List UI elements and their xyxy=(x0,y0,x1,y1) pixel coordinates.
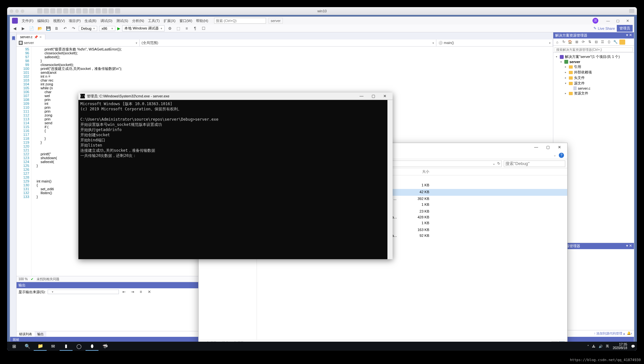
new-icon[interactable]: 📄 xyxy=(28,26,35,31)
close-button[interactable]: ✕ xyxy=(379,94,391,98)
vs-taskbar-icon[interactable]: ⬮ xyxy=(86,342,98,351)
maximize-button[interactable]: ▢ xyxy=(542,145,554,149)
toolbar-icon[interactable] xyxy=(50,8,55,14)
minimize-button[interactable]: — xyxy=(604,18,613,24)
live-share-button[interactable]: ✎ Live Share xyxy=(593,26,615,30)
toolbar-icon[interactable]: ⇥ xyxy=(129,289,136,295)
menu-item[interactable]: 文件(F) xyxy=(20,19,35,23)
tree-row[interactable]: ▸ 资源文件 xyxy=(555,91,633,96)
menu-item[interactable]: 视图(V) xyxy=(51,19,67,23)
toolbar-icon[interactable] xyxy=(115,8,120,14)
maximize-button[interactable]: ▢ xyxy=(367,94,379,98)
toolbar-icon[interactable] xyxy=(63,8,68,14)
toolbar-icon[interactable] xyxy=(44,8,49,14)
forward-icon[interactable]: ▶ xyxy=(20,26,26,31)
toolbar-icon[interactable]: ⟨⟩ xyxy=(606,39,612,45)
wrench-icon[interactable]: 🔧 xyxy=(613,39,618,45)
minimize-button[interactable]: — xyxy=(356,94,367,98)
tree-row[interactable]: ▸ 头文件 xyxy=(555,75,633,81)
menu-item[interactable]: 项目(P) xyxy=(67,19,83,23)
close-button[interactable]: ✕ xyxy=(623,18,632,24)
navbar-scope[interactable]: 🔲 server xyxy=(17,39,140,46)
mac-min-dot[interactable] xyxy=(15,9,19,13)
back-icon[interactable]: ◀ xyxy=(11,26,18,31)
notify-icon[interactable]: 🔔₂ xyxy=(627,331,632,336)
output-source-dropdown[interactable] xyxy=(48,290,119,294)
network-icon[interactable]: 🖧 xyxy=(591,345,597,348)
config-dropdown[interactable]: Debug xyxy=(79,26,97,31)
menu-item[interactable]: 生成(B) xyxy=(83,19,98,23)
refresh-icon[interactable]: ↻ xyxy=(561,39,566,45)
solution-search-input[interactable] xyxy=(555,47,633,52)
toolbar-icon[interactable] xyxy=(96,8,101,14)
toolbar-icon[interactable] xyxy=(76,8,81,14)
close-button[interactable]: ✕ xyxy=(554,145,565,149)
volume-icon[interactable]: 🔊 xyxy=(597,345,604,348)
menu-item[interactable]: 工具(T) xyxy=(146,19,162,23)
tree-row[interactable]: ▾ server xyxy=(555,60,633,64)
output-tab[interactable]: 输出 xyxy=(35,331,46,337)
mail-icon[interactable]: ✉ xyxy=(47,342,60,351)
saveall-icon[interactable]: 🗎 xyxy=(53,26,60,31)
menu-item[interactable]: 测试(S) xyxy=(114,19,130,23)
debugger-dropdown[interactable]: 本地 Windows 调试器 xyxy=(122,25,165,31)
user-avatar[interactable]: 洋 xyxy=(592,18,598,24)
wireshark-icon[interactable]: 🦈 xyxy=(98,342,111,351)
tree-row[interactable]: server.c xyxy=(555,86,633,91)
col-size[interactable]: 大小 xyxy=(406,168,432,175)
help-icon[interactable]: ? xyxy=(559,153,564,158)
toolbar-icon[interactable] xyxy=(37,8,42,14)
vs-search-input[interactable] xyxy=(214,18,266,24)
close-tab-icon[interactable]: ✕ xyxy=(39,35,42,39)
chevron-down-icon[interactable]: ⌄ xyxy=(553,153,556,157)
file-tab[interactable]: server.c 📌 ✕ xyxy=(17,34,45,39)
mac-close-dot[interactable] xyxy=(10,9,13,13)
toolbar-icon[interactable]: ☰ xyxy=(600,39,605,45)
navbar-global[interactable]: (全局范围) xyxy=(140,39,436,46)
tree-row[interactable]: ▾ 源文件 xyxy=(555,81,633,86)
save-icon[interactable]: 💾 xyxy=(45,26,52,31)
toolbar-icon[interactable] xyxy=(102,8,107,14)
ime-indicator[interactable]: 英 xyxy=(604,344,610,348)
sync-icon[interactable]: ⟳ xyxy=(581,39,586,45)
home-icon[interactable]: ⌂ xyxy=(555,39,560,45)
toolbar-icon[interactable]: ⚙ xyxy=(167,26,173,31)
search-icon[interactable]: 🔍 xyxy=(21,342,34,351)
open-icon[interactable]: 📂 xyxy=(37,26,43,31)
cmd-output[interactable]: Microsoft Windows [版本 10.0.18363.1016] (… xyxy=(78,100,393,259)
toolbar-icon[interactable] xyxy=(83,8,88,14)
maximize-button[interactable]: ▢ xyxy=(613,18,622,24)
undo-icon[interactable]: ↶ xyxy=(62,26,68,31)
toolbar-icon[interactable]: ✕ xyxy=(146,289,153,295)
toolbar-icon[interactable]: ≡ xyxy=(138,289,144,295)
cmd-taskbar-icon[interactable]: ▮ xyxy=(60,342,73,351)
scm-add-label[interactable]: ↑ 添加到源代码管理 ▴ xyxy=(594,331,625,336)
system-clock[interactable]: 17:352020/8/18 xyxy=(611,343,629,350)
start-debug-icon[interactable]: ▶ xyxy=(117,26,120,31)
file-explorer-icon[interactable]: 📁 xyxy=(34,342,47,351)
cmd-titlebar[interactable]: C:\ 管理员: C:\Windows\System32\cmd.exe - s… xyxy=(78,93,393,100)
pin-icon[interactable]: 📌 xyxy=(34,35,38,39)
toolbar-icon[interactable]: ¶ xyxy=(192,26,198,31)
menu-item[interactable]: 帮助(H) xyxy=(194,19,210,23)
start-button[interactable]: ⊞ xyxy=(8,342,21,351)
menu-item[interactable]: 窗口(W) xyxy=(178,19,194,23)
tray-chevron-icon[interactable]: ˄ xyxy=(586,345,590,348)
toolbar-icon[interactable]: ⇅ xyxy=(587,39,592,45)
menu-item[interactable]: 编辑(E) xyxy=(35,19,51,23)
notifications-icon[interactable]: 💬 xyxy=(630,345,636,348)
tree-row[interactable]: ▾ 解决方案"server"(1 个项目/共 1 个) xyxy=(555,54,633,60)
tree-row[interactable]: ▸ 外部依赖项 xyxy=(555,70,633,75)
explorer-search-input[interactable] xyxy=(504,160,565,167)
mac-right-icon[interactable] xyxy=(629,9,634,13)
zoom-level[interactable]: 100 % xyxy=(18,277,28,281)
toolbar-icon[interactable] xyxy=(70,8,75,14)
toolbar-icon[interactable] xyxy=(619,39,625,45)
toolbar-icon[interactable] xyxy=(89,8,94,14)
toolbar-icon[interactable] xyxy=(57,8,62,14)
tree-row[interactable]: ▸ 引用 xyxy=(555,64,633,70)
toolbar-icon[interactable]: 🏠 xyxy=(568,39,573,45)
toolbar-icon[interactable]: ≡ xyxy=(183,26,190,31)
navbar-member[interactable]: ⚪ main() xyxy=(436,39,553,46)
toolbar-icon[interactable] xyxy=(109,8,114,14)
